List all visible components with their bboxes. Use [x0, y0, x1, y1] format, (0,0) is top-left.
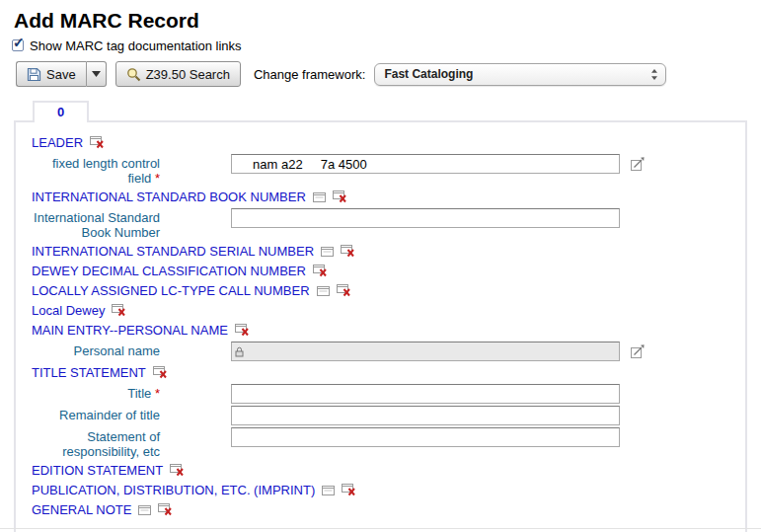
tag-row-lc-call-number: LOCALLY ASSIGNED LC-TYPE CALL NUMBER	[32, 281, 745, 301]
save-icon	[27, 67, 41, 82]
tag-link-publication-imprint[interactable]: PUBLICATION, DISTRIBUTION, ETC. (IMPRINT…	[32, 483, 315, 497]
subfield-label[interactable]: Statement of responsibility, etc	[32, 427, 160, 459]
subfield-row-leader: fixed length control field *	[32, 154, 745, 186]
delete-tag-icon[interactable]	[342, 484, 356, 496]
tag-row-issn: INTERNATIONAL STANDARD SERIAL NUMBER	[32, 242, 745, 262]
doc-links-row: Show MARC tag documentation links	[12, 38, 761, 53]
lock-icon	[235, 346, 244, 357]
subfield-label[interactable]: Personal name	[32, 342, 160, 358]
tag-row-publication-imprint: PUBLICATION, DISTRIBUTION, ETC. (IMPRINT…	[32, 481, 745, 500]
marc-record-form: LEADER fixed length control field * INTE…	[14, 120, 747, 532]
save-dropdown-button[interactable]	[86, 61, 107, 87]
save-button-label: Save	[46, 67, 76, 82]
change-framework-label: Change framework:	[254, 67, 365, 82]
repeat-tag-icon[interactable]	[322, 486, 335, 495]
tag-link-issn[interactable]: INTERNATIONAL STANDARD SERIAL NUMBER	[32, 244, 314, 259]
subfield-label-text: Remainder of title	[59, 408, 160, 422]
subfield-row-statement-of-responsibility: Statement of responsibility, etc	[32, 427, 745, 459]
tag-link-title-statement[interactable]: TITLE STATEMENT	[32, 365, 146, 380]
title-input[interactable]	[231, 384, 620, 404]
tab-bar: 0	[33, 101, 761, 122]
tag-link-isbn[interactable]: INTERNATIONAL STANDARD BOOK NUMBER	[32, 190, 306, 204]
repeat-tag-icon[interactable]	[313, 192, 326, 202]
z3950-button-label: Z39.50 Search	[146, 67, 230, 82]
page-title: Add MARC Record	[14, 9, 761, 33]
subfield-label-text: fixed length control field	[52, 156, 160, 186]
tag-row-leader: LEADER	[32, 133, 745, 153]
subfield-label[interactable]: International Standard Book Number	[32, 208, 160, 240]
delete-tag-icon[interactable]	[90, 136, 105, 149]
tag-row-local-dewey: Local Dewey	[32, 301, 745, 321]
framework-select-value: Fast Cataloging	[384, 67, 473, 81]
subfield-label[interactable]: fixed length control field *	[32, 154, 160, 186]
tag-link-dewey[interactable]: DEWEY DECIMAL CLASSIFICATION NUMBER	[32, 264, 306, 278]
repeat-tag-icon[interactable]	[317, 286, 330, 296]
tab-0[interactable]: 0	[33, 101, 89, 122]
tag-row-main-entry: MAIN ENTRY--PERSONAL NAME	[32, 321, 745, 341]
statement-of-responsibility-input[interactable]	[231, 427, 620, 447]
repeat-tag-icon[interactable]	[138, 505, 151, 515]
subfield-row-personal-name: Personal name	[32, 342, 745, 361]
tag-link-main-entry-personal-name[interactable]: MAIN ENTRY--PERSONAL NAME	[32, 323, 228, 338]
delete-tag-icon[interactable]	[313, 265, 328, 277]
delete-tag-icon[interactable]	[341, 245, 355, 258]
repeat-tag-icon[interactable]	[321, 247, 334, 257]
tag-row-edition-statement: EDITION STATEMENT	[32, 461, 745, 481]
required-marker: *	[155, 386, 160, 401]
tag-row-dewey: DEWEY DECIMAL CLASSIFICATION NUMBER	[32, 262, 745, 281]
caret-down-icon	[92, 71, 101, 77]
subfield-row-remainder-of-title: Remainder of title	[32, 406, 745, 425]
tag-link-local-dewey[interactable]: Local Dewey	[32, 303, 105, 318]
tag-link-lc-call-number[interactable]: LOCALLY ASSIGNED LC-TYPE CALL NUMBER	[32, 283, 310, 298]
subfield-label-text: Statement of responsibility, etc	[62, 429, 160, 459]
tag-link-general-note[interactable]: GENERAL NOTE	[32, 502, 131, 517]
select-arrows-icon	[650, 68, 658, 81]
subfield-label[interactable]: Remainder of title	[32, 406, 160, 422]
isbn-input[interactable]	[231, 208, 620, 228]
delete-tag-icon[interactable]	[337, 284, 351, 297]
tag-row-isbn: INTERNATIONAL STANDARD BOOK NUMBER	[32, 188, 745, 207]
save-button[interactable]: Save	[16, 61, 86, 87]
delete-tag-icon[interactable]	[153, 366, 168, 379]
subfield-label-text: International Standard Book Number	[34, 210, 160, 240]
save-split-button: Save	[16, 61, 107, 87]
page-footer-divider	[0, 528, 761, 529]
leader-input[interactable]	[231, 154, 620, 174]
required-marker: *	[155, 171, 160, 186]
delete-tag-icon[interactable]	[158, 503, 173, 516]
delete-tag-icon[interactable]	[333, 190, 347, 203]
subfield-row-title: Title *	[32, 384, 745, 404]
show-doc-links-label[interactable]: Show MARC tag documentation links	[30, 38, 242, 53]
tag-editor-icon[interactable]	[631, 157, 645, 171]
subfield-row-isbn: International Standard Book Number	[32, 208, 745, 240]
remainder-of-title-input[interactable]	[231, 406, 620, 425]
personal-name-input[interactable]	[231, 342, 620, 361]
tag-link-edition-statement[interactable]: EDITION STATEMENT	[32, 463, 163, 478]
tag-row-title-statement: TITLE STATEMENT	[32, 363, 745, 383]
toolbar: Save Z39.50 Search Change framework: Fas…	[16, 60, 761, 88]
framework-select[interactable]: Fast Cataloging	[374, 63, 666, 86]
z3950-search-button[interactable]: Z39.50 Search	[115, 61, 241, 87]
delete-tag-icon[interactable]	[235, 324, 250, 337]
tag-row-general-note: GENERAL NOTE	[32, 500, 745, 520]
subfield-label-text: Personal name	[74, 343, 160, 358]
subfield-label-text: Title	[127, 386, 151, 401]
tag-editor-icon[interactable]	[631, 344, 645, 358]
delete-tag-icon[interactable]	[112, 304, 126, 317]
delete-tag-icon[interactable]	[170, 464, 185, 477]
show-doc-links-checkbox[interactable]	[12, 39, 24, 51]
search-icon	[126, 67, 141, 82]
subfield-label[interactable]: Title *	[32, 384, 160, 401]
tag-link-leader[interactable]: LEADER	[32, 135, 83, 150]
